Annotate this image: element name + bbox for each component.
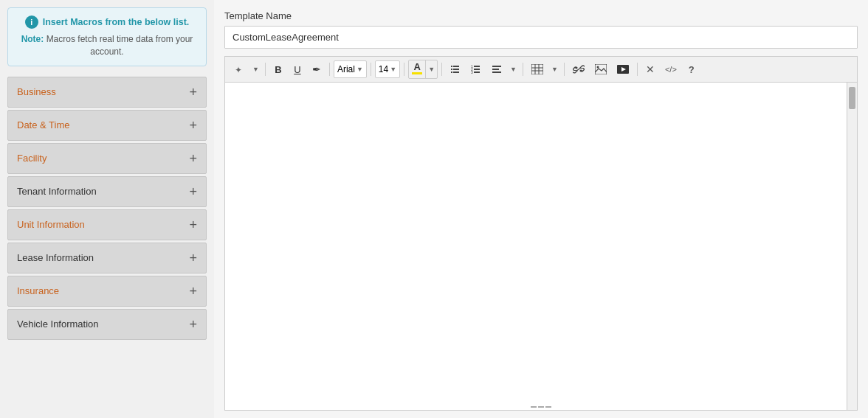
accordion-item-date-time[interactable]: Date & Time + [7,110,207,141]
editor-resize-handle[interactable] [530,404,552,410]
svg-rect-10 [474,69,480,70]
accordion-label-facility: Facility [17,153,46,164]
accordion-label-unit-information: Unit Information [17,219,85,230]
svg-point-23 [596,66,599,69]
svg-rect-8 [474,66,480,67]
media-button[interactable] [613,60,633,78]
svg-rect-14 [492,69,499,70]
template-name-label: Template Name [224,10,858,21]
accordion-item-tenant-information[interactable]: Tenant Information + [7,176,207,207]
separator-1 [265,63,266,76]
svg-rect-16 [531,64,543,74]
accordion-label-insurance: Insurance [17,285,59,296]
list-unordered-icon [450,64,461,74]
right-panel: Template Name ✦ ▼ B U ✒ Arial ▼ [214,0,868,418]
accordion-label-vehicle-information: Vehicle Information [17,318,99,330]
list-unordered-button[interactable] [446,60,465,78]
separator-4 [404,63,404,76]
remove-format-button[interactable]: ✕ [641,60,659,78]
resize-line-2 [538,406,544,408]
image-button[interactable] [590,60,611,78]
font-family-dropdown[interactable]: Arial ▼ [334,60,367,78]
svg-rect-5 [451,72,452,73]
editor-scrollbar[interactable] [847,83,857,410]
accordion-plus-vehicle-information: + [189,318,197,331]
left-panel: i Insert Macros from the below list. Not… [0,0,214,418]
align-icon [492,64,502,74]
separator-5 [441,63,442,76]
font-size-arrow: ▼ [390,66,396,73]
editor-content[interactable] [225,83,857,410]
highlight-button[interactable]: A [409,60,425,78]
accordion-item-facility[interactable]: Facility + [7,143,207,174]
svg-text:✦: ✦ [235,65,242,74]
accordion-plus-facility: + [189,152,197,165]
accordion-item-lease-information[interactable]: Lease Information + [7,243,207,274]
accordion-label-tenant-information: Tenant Information [17,186,97,197]
pen-icon: ✒ [312,63,321,75]
table-button[interactable] [527,60,548,78]
svg-rect-1 [451,66,452,67]
accordion-item-vehicle-information[interactable]: Vehicle Information + [7,309,207,340]
font-size-dropdown[interactable]: 14 ▼ [375,60,400,78]
align-dropdown-button[interactable]: ▼ [508,60,519,78]
accordion-label-lease-information: Lease Information [17,252,94,263]
accordion-item-insurance[interactable]: Insurance + [7,276,207,307]
highlight-letter: A [413,62,420,72]
note-text: Macros fetch real time data from your ac… [46,34,193,57]
separator-8 [637,63,638,76]
info-note: Note: Macros fetch real time data from y… [17,33,197,58]
font-family-arrow: ▼ [356,66,363,73]
editor-area [224,82,858,411]
highlight-dropdown-arrow: ▼ [428,66,435,73]
accordion-item-business[interactable]: Business + [7,77,207,108]
font-size-value: 14 [379,64,388,74]
image-icon [595,64,607,74]
note-prefix: Note: [21,34,46,44]
accordion-plus-unit-information: + [189,218,197,231]
help-button[interactable]: ? [683,60,700,78]
table-dropdown-arrow: ▼ [551,66,558,73]
info-box: i Insert Macros from the below list. Not… [7,7,207,66]
magic-dropdown-arrow: ▼ [252,66,259,73]
strikethrough-button[interactable]: ✒ [308,60,326,78]
accordion-plus-lease-information: + [189,251,197,265]
svg-text:3: 3 [471,70,473,74]
highlight-group[interactable]: A ▼ [408,60,438,79]
highlight-bar [412,72,422,74]
info-title: Insert Macros from the below list. [43,17,190,27]
svg-rect-4 [453,69,459,70]
resize-line-1 [531,406,537,408]
resize-line-3 [545,406,551,408]
separator-7 [564,63,565,76]
font-family-value: Arial [337,64,355,74]
underline-button[interactable]: U [289,60,306,78]
scrollbar-thumb[interactable] [849,87,855,109]
info-header: i Insert Macros from the below list. [17,15,197,29]
svg-rect-13 [492,66,501,67]
align-button[interactable] [487,60,506,78]
info-icon: i [25,15,38,29]
accordion-item-unit-information[interactable]: Unit Information + [7,209,207,240]
magic-dropdown-button[interactable]: ▼ [250,60,261,78]
bold-button[interactable]: B [269,60,287,78]
highlight-dropdown-button[interactable]: ▼ [425,60,437,78]
svg-rect-6 [453,72,459,73]
table-dropdown-button[interactable]: ▼ [549,60,560,78]
svg-rect-3 [451,69,452,70]
svg-rect-12 [474,72,480,73]
accordion-label-business: Business [17,86,56,97]
link-button[interactable] [568,60,589,78]
accordion-plus-date-time: + [189,119,197,132]
link-icon [573,64,585,74]
editor-toolbar: ✦ ▼ B U ✒ Arial ▼ 14 ▼ A [224,56,858,82]
magic-icon: ✦ [234,64,244,74]
list-ordered-icon: 1 2 3 [471,64,481,74]
magic-button[interactable]: ✦ [230,60,249,78]
accordion-plus-insurance: + [189,285,197,298]
code-view-button[interactable]: </> [661,60,681,78]
template-name-input[interactable] [224,26,858,49]
table-icon [531,64,543,74]
resize-lines [531,406,551,408]
list-ordered-button[interactable]: 1 2 3 [466,60,486,78]
